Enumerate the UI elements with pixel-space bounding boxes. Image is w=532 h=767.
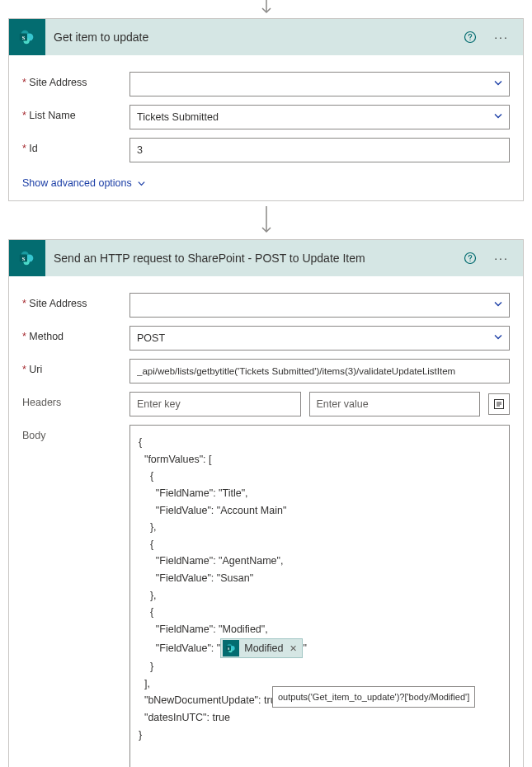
card-header[interactable]: S Get item to update ··· — [9, 19, 523, 55]
ellipsis-icon: ··· — [494, 252, 509, 265]
switch-mode-button[interactable] — [488, 393, 510, 415]
label-list-name: List Name — [22, 105, 121, 121]
dynamic-token-modified[interactable]: SModified✕ — [220, 638, 303, 659]
body-editor[interactable]: { "formValues": [ { "FieldName": "Title"… — [129, 425, 510, 767]
field-site-address: Site Address — [22, 72, 510, 96]
list-name-input[interactable] — [129, 105, 510, 129]
sharepoint-icon: S — [9, 240, 45, 276]
field-method: Method — [22, 326, 510, 351]
card-header[interactable]: S Send an HTTP request to SharePoint - P… — [9, 240, 523, 276]
site-address-input[interactable] — [129, 293, 510, 318]
advanced-label: Show advanced options — [22, 177, 132, 189]
site-address-input[interactable] — [129, 72, 510, 96]
chevron-down-icon — [137, 179, 146, 188]
flow-arrow-mid — [8, 206, 524, 234]
field-body: Body { "formValues": [ { "FieldName": "T… — [22, 425, 510, 767]
label-headers: Headers — [22, 392, 121, 408]
show-advanced-options[interactable]: Show advanced options — [22, 177, 146, 189]
svg-text:S: S — [22, 35, 26, 40]
label-uri: Uri — [22, 359, 121, 375]
token-tooltip: outputs('Get_item_to_update')?['body/Mod… — [272, 686, 475, 708]
svg-text:S: S — [22, 256, 26, 261]
sharepoint-icon: S — [223, 640, 239, 656]
ellipsis-icon: ··· — [494, 31, 509, 44]
label-id: Id — [22, 138, 121, 154]
label-method: Method — [22, 326, 121, 342]
action-card-http-request: S Send an HTTP request to SharePoint - P… — [8, 239, 524, 767]
help-icon — [464, 31, 477, 44]
more-button[interactable]: ··· — [490, 247, 513, 270]
help-icon — [464, 252, 477, 265]
card-title: Get item to update — [54, 31, 450, 44]
card-title: Send an HTTP request to SharePoint - POS… — [54, 252, 450, 265]
arrow-down-icon — [259, 0, 274, 15]
token-remove[interactable]: ✕ — [288, 641, 297, 656]
header-key-input[interactable] — [129, 392, 301, 416]
help-button[interactable] — [459, 26, 482, 49]
action-card-get-item: S Get item to update ··· Site Address — [8, 18, 524, 201]
text-mode-icon — [493, 398, 505, 410]
token-label: Modified — [244, 640, 283, 657]
more-button[interactable]: ··· — [490, 26, 513, 49]
field-id: Id — [22, 138, 510, 162]
svg-point-15 — [469, 261, 470, 261]
uri-input[interactable] — [129, 359, 510, 384]
method-input[interactable] — [129, 326, 510, 351]
field-site-address: Site Address — [22, 293, 510, 318]
flow-arrow-top — [8, 0, 524, 15]
arrow-down-icon — [259, 206, 274, 234]
svg-point-7 — [469, 40, 470, 40]
header-value-input[interactable] — [309, 392, 481, 416]
field-uri: Uri — [22, 359, 510, 384]
sharepoint-icon: S — [9, 19, 45, 55]
id-input[interactable] — [129, 138, 510, 162]
label-body: Body — [22, 425, 121, 441]
label-site-address: Site Address — [22, 293, 121, 309]
field-headers: Headers — [22, 392, 510, 416]
label-site-address: Site Address — [22, 72, 121, 88]
field-list-name: List Name — [22, 105, 510, 129]
help-button[interactable] — [459, 247, 482, 270]
